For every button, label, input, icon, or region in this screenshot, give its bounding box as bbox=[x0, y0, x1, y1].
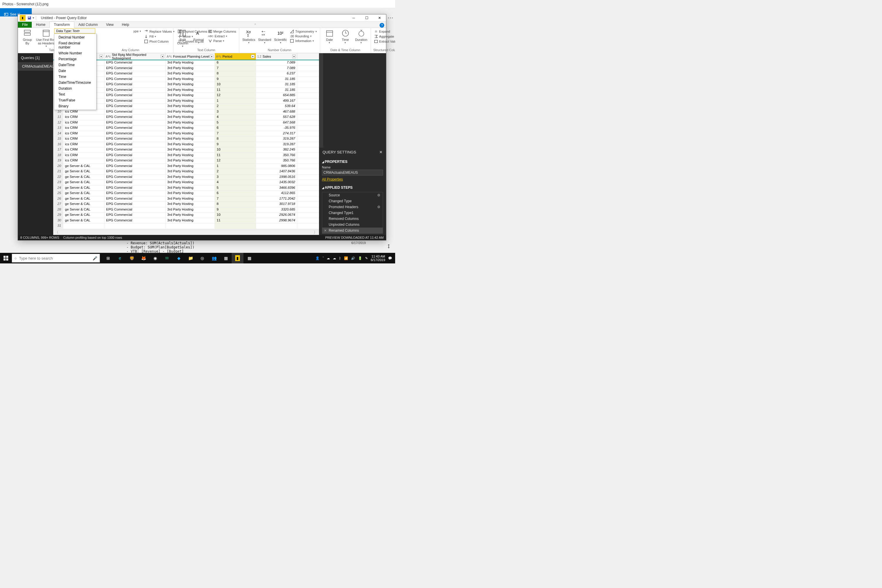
app-icon[interactable]: ◆ bbox=[173, 253, 184, 263]
table-row[interactable]: 28ge Server & CALEPG Commercial3rd Party… bbox=[53, 207, 319, 213]
applied-step[interactable]: Removed Columns bbox=[322, 216, 383, 222]
battery-icon[interactable]: 🔋 bbox=[358, 256, 362, 260]
data-type-option[interactable]: True/False bbox=[54, 98, 96, 103]
expand-button[interactable]: Expand bbox=[373, 29, 395, 34]
onedrive-icon[interactable]: ☁ bbox=[327, 256, 330, 260]
outlook-icon[interactable]: ✉ bbox=[161, 253, 173, 263]
detect-type-button[interactable]: ype bbox=[132, 29, 142, 33]
all-properties-link[interactable]: All Properties bbox=[322, 176, 343, 182]
tab-file[interactable]: File bbox=[18, 22, 32, 28]
column-header-forecast[interactable]: AᴭcForecast Planning Level▾ bbox=[165, 53, 215, 60]
table-row[interactable]: 16ics CRMEPG Commercial3rd Party Hosting… bbox=[53, 142, 319, 148]
tab-view[interactable]: View bbox=[102, 22, 118, 28]
app-icon-3[interactable]: ▦ bbox=[220, 253, 232, 263]
merge-columns-button[interactable]: Merge Columns bbox=[207, 29, 237, 34]
time-button[interactable]: Time bbox=[338, 29, 353, 44]
data-type-option[interactable]: Percentage bbox=[54, 56, 96, 62]
taskbar-clock[interactable]: 11:43 AM 6/17/2019 bbox=[371, 255, 385, 262]
table-row[interactable]: 17ics CRMEPG Commercial3rd Party Hosting… bbox=[53, 147, 319, 153]
resize-handle-icon[interactable]: ⤢ bbox=[385, 242, 393, 250]
save-icon[interactable] bbox=[27, 16, 32, 20]
powerbi-icon[interactable]: ▮ bbox=[232, 253, 243, 263]
table-row[interactable]: 11ics CRMEPG Commercial3rd Party Hosting… bbox=[53, 115, 319, 120]
split-column-button[interactable]: Split Column bbox=[175, 29, 190, 48]
maximize-button[interactable]: ☐ bbox=[360, 14, 373, 21]
data-type-option[interactable]: Text bbox=[54, 92, 96, 98]
taskbar-search[interactable]: ○ Type here to search 🎤 bbox=[12, 254, 100, 262]
applied-step[interactable]: Unpivoted Columns bbox=[322, 222, 383, 228]
applied-step[interactable]: ✕Renamed Columns bbox=[322, 228, 383, 233]
teams-icon[interactable]: 👥 bbox=[208, 253, 220, 263]
trigonometry-button[interactable]: Trigonometry bbox=[289, 29, 318, 34]
explorer-icon[interactable]: 📁 bbox=[184, 253, 196, 263]
aggregate-button[interactable]: Aggregate bbox=[373, 34, 395, 39]
rounding-button[interactable]: .00Rounding bbox=[289, 34, 318, 38]
onedrive2-icon[interactable]: ☁ bbox=[333, 256, 336, 260]
table-row[interactable]: 13ics CRMEPG Commercial3rd Party Hosting… bbox=[53, 126, 319, 131]
column-header-sales[interactable]: 1.2Sales▾ bbox=[256, 53, 297, 60]
applied-step[interactable]: Source⚙ bbox=[322, 192, 383, 198]
replace-values-button[interactable]: Replace Values bbox=[143, 29, 176, 34]
app-icon-4[interactable]: ▦ bbox=[243, 253, 255, 263]
table-row[interactable]: 25ge Server & CALEPG Commercial3rd Party… bbox=[53, 191, 319, 196]
scroll-left-icon[interactable]: 〈 bbox=[55, 230, 58, 235]
wifi-icon[interactable]: 📶 bbox=[344, 256, 348, 260]
volume-icon[interactable]: 🔊 bbox=[351, 256, 355, 260]
bluetooth-icon[interactable]: ᛒ bbox=[339, 256, 341, 260]
people-icon[interactable]: 👤 bbox=[315, 256, 320, 260]
table-row[interactable]: 14ics CRMEPG Commercial3rd Party Hosting… bbox=[53, 131, 319, 137]
use-first-row-button[interactable]: Use First Row as Headers bbox=[36, 29, 57, 48]
statistics-button[interactable]: ΧσΣStatistics bbox=[241, 29, 256, 44]
table-row[interactable]: 24ge Server & CALEPG Commercial3rd Party… bbox=[53, 186, 319, 191]
table-row[interactable]: 29ge Server & CALEPG Commercial3rd Party… bbox=[53, 213, 319, 218]
data-type-option[interactable]: Whole Number bbox=[54, 50, 96, 56]
data-type-button[interactable]: Data Type: Text bbox=[54, 28, 95, 33]
tab-add-column[interactable]: Add Column bbox=[74, 22, 102, 28]
table-row[interactable]: 22ge Server & CALEPG Commercial3rd Party… bbox=[53, 175, 319, 180]
extract-values-button[interactable]: Extract Values bbox=[373, 39, 395, 44]
table-row[interactable]: 23ge Server & CALEPG Commercial3rd Party… bbox=[53, 180, 319, 186]
pen-icon[interactable]: ✎ bbox=[365, 256, 368, 260]
table-row[interactable]: 12ics CRMEPG Commercial3rd Party Hosting… bbox=[53, 120, 319, 126]
gear-icon[interactable]: ⚙ bbox=[377, 205, 380, 209]
group-by-button[interactable]: Group By bbox=[20, 29, 35, 45]
table-row[interactable]: 15ics CRMEPG Commercial3rd Party Hosting… bbox=[53, 136, 319, 142]
applied-step[interactable]: Changed Type bbox=[322, 198, 383, 204]
task-view-icon[interactable]: ⊞ bbox=[102, 253, 114, 263]
data-type-option[interactable]: Decimal Number bbox=[54, 34, 96, 40]
edge-icon[interactable]: e bbox=[114, 253, 126, 263]
scientific-button[interactable]: 10²Scientific bbox=[273, 29, 288, 44]
standard-button[interactable]: +−÷×Standard bbox=[257, 29, 272, 44]
close-settings-icon[interactable]: ✕ bbox=[379, 150, 382, 154]
data-type-option[interactable]: Time bbox=[54, 74, 96, 80]
data-type-option[interactable]: Binary bbox=[54, 103, 96, 109]
query-name-input[interactable] bbox=[322, 170, 383, 176]
information-button[interactable]: Information bbox=[289, 39, 318, 43]
properties-header[interactable]: PROPERTIES bbox=[322, 158, 383, 165]
delete-step-icon[interactable]: ✕ bbox=[324, 229, 327, 232]
applied-step[interactable]: Promoted Headers⚙ bbox=[322, 204, 383, 210]
applied-step[interactable]: Changed Type1 bbox=[322, 210, 383, 216]
mic-icon[interactable]: 🎤 bbox=[93, 256, 98, 261]
notifications-icon[interactable]: 💬 bbox=[388, 256, 392, 260]
pivot-column-button[interactable]: Pivot Column bbox=[143, 39, 176, 44]
photos-more-icon[interactable]: ⋯ bbox=[387, 14, 394, 21]
table-row[interactable]: 19ics CRMEPG Commercial3rd Party Hosting… bbox=[53, 158, 319, 164]
scroll-right-icon[interactable]: 〉 bbox=[314, 230, 317, 235]
tab-transform[interactable]: Transform bbox=[50, 21, 74, 28]
app-icon-2[interactable]: ◎ bbox=[196, 253, 208, 263]
horizontal-scrollbar[interactable]: 〈 〉 bbox=[53, 230, 319, 235]
table-row[interactable]: 27ge Server & CALEPG Commercial3rd Party… bbox=[53, 202, 319, 207]
date-button[interactable]: Date bbox=[322, 29, 337, 44]
close-button[interactable]: ✕ bbox=[373, 14, 386, 21]
parse-button[interactable]: Parse bbox=[207, 39, 237, 43]
data-type-option[interactable]: Date/Time/Timezone bbox=[54, 80, 96, 86]
start-button[interactable] bbox=[0, 253, 12, 263]
help-icon[interactable]: ? bbox=[380, 23, 384, 28]
data-type-option[interactable]: Fixed decimal number bbox=[54, 40, 96, 50]
extract-button[interactable]: ABCExtract bbox=[207, 34, 237, 38]
tray-chevron-icon[interactable]: ˆ bbox=[322, 256, 324, 260]
collapse-ribbon-icon[interactable]: ˆ bbox=[255, 24, 256, 28]
table-row[interactable]: 20ge Server & CALEPG Commercial3rd Party… bbox=[53, 164, 319, 170]
table-row[interactable]: 26ge Server & CALEPG Commercial3rd Party… bbox=[53, 196, 319, 202]
